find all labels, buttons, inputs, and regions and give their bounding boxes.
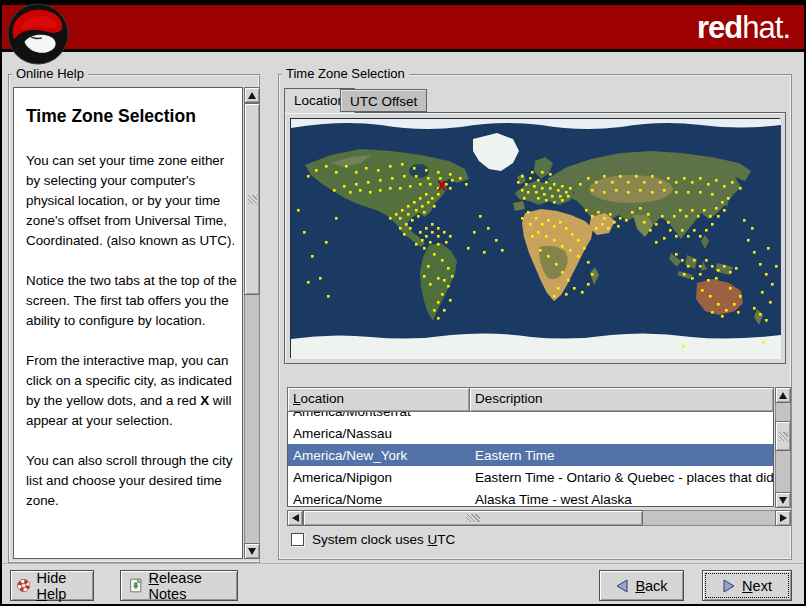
city-dot[interactable] [683,273,686,276]
city-dot[interactable] [545,199,548,202]
city-dot[interactable] [415,175,418,178]
city-dot[interactable] [405,223,408,226]
city-dot[interactable] [367,181,370,184]
city-dot[interactable] [703,209,706,212]
city-dot[interactable] [733,303,736,306]
city-dot[interactable] [663,189,666,192]
city-dot[interactable] [527,191,530,194]
city-dot[interactable] [419,231,422,234]
city-dot[interactable] [451,275,454,278]
timezone-row[interactable]: America/Nassau [288,422,773,444]
back-button[interactable]: Back [599,570,684,601]
city-dot[interactable] [427,265,430,268]
city-dot[interactable] [767,247,770,250]
city-dot[interactable] [419,197,422,200]
city-dot[interactable] [681,259,684,262]
city-dot[interactable] [517,181,520,184]
city-dot[interactable] [721,201,724,204]
help-scrollbar-thumb[interactable] [244,103,260,295]
city-dot[interactable] [403,175,406,178]
city-dot[interactable] [537,179,540,182]
city-dot[interactable] [699,273,702,276]
city-dot[interactable] [523,197,526,200]
city-dot[interactable] [427,177,430,180]
city-dot[interactable] [449,173,452,176]
city-dot[interactable] [415,243,418,246]
table-vertical-scrollbar[interactable] [775,387,791,508]
city-dot[interactable] [425,235,428,238]
city-dot[interactable] [527,211,530,214]
city-dot[interactable] [603,217,606,220]
city-dot[interactable] [737,311,740,314]
city-dot[interactable] [751,227,754,230]
city-dot[interactable] [659,181,662,184]
city-dot[interactable] [403,233,406,236]
city-dot[interactable] [765,319,768,322]
help-scroll-up-button[interactable] [244,87,260,103]
column-header-description[interactable]: Description [470,387,774,412]
city-dot[interactable] [579,183,582,186]
city-dot[interactable] [521,189,524,192]
city-dot[interactable] [335,217,338,220]
city-dot[interactable] [647,213,650,216]
table-scroll-left-button[interactable] [287,510,303,526]
city-dot[interactable] [705,259,708,262]
city-dot[interactable] [683,177,686,180]
city-dot[interactable] [601,223,604,226]
city-dot[interactable] [379,189,382,192]
city-dot[interactable] [573,287,576,290]
city-dot[interactable] [421,205,424,208]
city-dot[interactable] [747,239,750,242]
city-dot[interactable] [441,259,444,262]
city-dot[interactable] [565,191,568,194]
city-dot[interactable] [699,177,702,180]
city-dot[interactable] [535,217,538,220]
city-dot[interactable] [565,293,568,296]
city-dot[interactable] [315,169,318,172]
city-dot[interactable] [297,209,300,212]
city-dot[interactable] [681,229,684,232]
city-dot[interactable] [369,191,372,194]
city-dot[interactable] [431,197,434,200]
city-dot[interactable] [759,313,762,316]
city-dot[interactable] [759,263,762,266]
city-dot[interactable] [691,277,694,280]
city-dot[interactable] [409,227,412,230]
city-dot[interactable] [349,191,352,194]
city-dot[interactable] [365,167,368,170]
city-dot[interactable] [555,263,558,266]
city-dot[interactable] [627,181,630,184]
city-dot[interactable] [597,211,600,214]
city-dot[interactable] [701,289,704,292]
city-dot[interactable] [615,189,618,192]
city-dot[interactable] [541,223,544,226]
city-dot[interactable] [667,221,670,224]
city-dot[interactable] [413,201,416,204]
city-dot[interactable] [419,183,422,186]
city-dot[interactable] [727,197,730,200]
city-dot[interactable] [643,221,646,224]
city-dot[interactable] [679,209,682,212]
city-dot[interactable] [529,177,532,180]
city-dot[interactable] [682,345,685,348]
city-dot[interactable] [443,279,446,282]
city-dot[interactable] [537,231,540,234]
city-dot[interactable] [407,205,410,208]
city-dot[interactable] [437,235,440,238]
city-dot[interactable] [649,229,652,232]
city-dot[interactable] [561,245,564,248]
city-dot[interactable] [691,209,694,212]
city-dot[interactable] [577,255,580,258]
city-dot[interactable] [389,165,392,168]
city-dot[interactable] [443,309,446,312]
timezone-row[interactable]: America/NomeAlaska Time - west Alaska [288,488,773,507]
city-dot[interactable] [561,271,564,274]
release-notes-button[interactable]: Release Notes [120,570,238,601]
city-dot[interactable] [325,241,328,244]
city-dot[interactable] [587,177,590,180]
city-dot[interactable] [541,187,544,190]
city-dot[interactable] [709,295,712,298]
city-dot[interactable] [655,223,658,226]
city-dot[interactable] [617,225,620,228]
city-dot[interactable] [739,187,742,190]
